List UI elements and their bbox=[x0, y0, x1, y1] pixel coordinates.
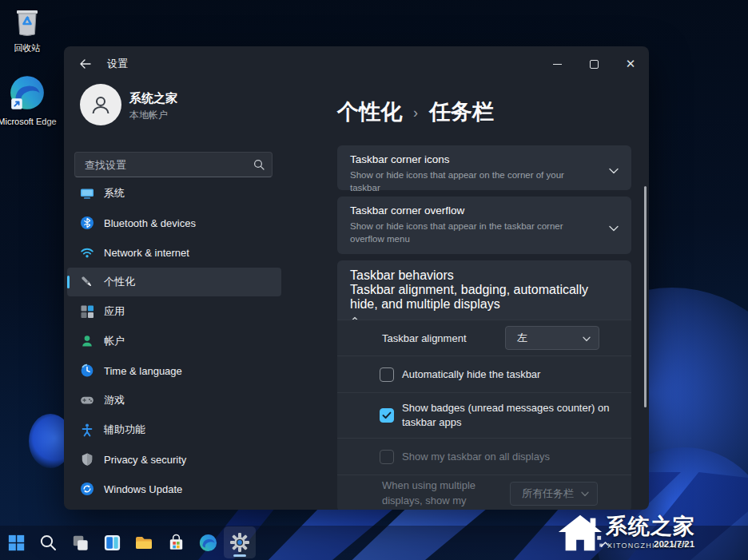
sidebar-item-bluetooth-devices[interactable]: Bluetooth & devices bbox=[67, 209, 281, 237]
minimize-icon bbox=[553, 64, 562, 65]
taskbar-behaviors-header[interactable]: Taskbar behaviors Taskbar alignment, bad… bbox=[337, 260, 631, 320]
card-taskbar-corner-overflow[interactable]: Taskbar corner overflow Show or hide ico… bbox=[337, 197, 631, 254]
close-button[interactable]: ✕ bbox=[612, 46, 649, 81]
sidebar-item-accessibility[interactable]: 辅助功能 bbox=[67, 415, 281, 444]
sidebar-item-label: Privacy & security bbox=[104, 454, 186, 466]
row-taskbar-alignment: Taskbar alignment 左 bbox=[337, 320, 631, 355]
watermark-date: 2021/7/21 bbox=[654, 539, 694, 549]
card-taskbar-behaviors: Taskbar behaviors Taskbar alignment, bad… bbox=[337, 260, 631, 510]
minimize-button[interactable] bbox=[539, 46, 575, 81]
card-description: Show or hide icons that appear on the co… bbox=[350, 169, 596, 194]
scrollbar[interactable] bbox=[644, 186, 647, 407]
microsoft-edge-button[interactable] bbox=[192, 526, 224, 558]
desktop: 回收站 Microsoft Edge 设置 bbox=[0, 0, 748, 560]
wifi-icon bbox=[80, 245, 94, 260]
dropdown-value: 所有任务栏 bbox=[522, 487, 574, 501]
taskbar-search-button[interactable] bbox=[32, 526, 64, 558]
task-view-button[interactable] bbox=[64, 526, 96, 558]
breadcrumb-parent[interactable]: 个性化 bbox=[337, 97, 402, 126]
card-description: Taskbar alignment, badging, automaticall… bbox=[350, 283, 596, 312]
desktop-icon-label: 回收站 bbox=[14, 43, 41, 54]
avatar bbox=[80, 84, 121, 125]
back-button[interactable] bbox=[72, 52, 97, 76]
settings-cards: Taskbar corner icons Show or hide icons … bbox=[337, 145, 631, 510]
recycle-bin-desktop-icon[interactable]: 回收站 bbox=[0, 5, 57, 54]
settings-button[interactable] bbox=[224, 526, 256, 558]
bluetooth-icon bbox=[80, 216, 94, 230]
search-icon bbox=[253, 159, 265, 173]
taskbar-alignment-dropdown[interactable]: 左 bbox=[505, 326, 599, 350]
update-refresh-icon bbox=[80, 482, 94, 496]
sidebar-item-windows-update[interactable]: Windows Update bbox=[67, 475, 281, 503]
multiple-displays-label: When using multiple displays, show my bbox=[382, 479, 502, 509]
breadcrumb-separator-icon: › bbox=[413, 102, 418, 121]
auto-hide-label: Automatically hide the taskbar bbox=[402, 367, 540, 382]
show-badges-label: Show badges (unread messages counter) on… bbox=[402, 401, 624, 429]
sidebar-item-gaming[interactable]: 游戏 bbox=[67, 386, 281, 415]
system-icon bbox=[80, 186, 94, 201]
sidebar-item-accounts[interactable]: 帐户 bbox=[67, 327, 281, 355]
task-view-icon bbox=[70, 533, 90, 553]
start-button[interactable] bbox=[0, 526, 32, 558]
window-title: 设置 bbox=[107, 57, 128, 71]
sidebar-item-label: 个性化 bbox=[104, 275, 135, 289]
desktop-icon-label: Microsoft Edge bbox=[0, 117, 57, 128]
sidebar-item-system[interactable]: 系统 bbox=[67, 179, 281, 208]
widgets-icon bbox=[102, 533, 122, 553]
maximize-icon bbox=[590, 60, 599, 69]
row-multiple-displays: When using multiple displays, show my 所有… bbox=[337, 475, 631, 510]
shield-icon bbox=[80, 452, 94, 467]
settings-window: 设置 ✕ 系统之家 本地帐户 系统 bbox=[64, 46, 649, 510]
show-badges-checkbox[interactable] bbox=[380, 408, 394, 423]
sidebar-item-label: 帐户 bbox=[104, 334, 125, 348]
windows-logo-icon bbox=[6, 533, 26, 553]
edge-desktop-icon[interactable]: Microsoft Edge bbox=[0, 73, 57, 128]
recycle-bin-icon bbox=[11, 5, 43, 42]
sidebar-item-apps[interactable]: 应用 bbox=[67, 297, 281, 326]
auto-hide-checkbox[interactable] bbox=[380, 367, 394, 382]
microsoft-store-button[interactable] bbox=[160, 526, 192, 558]
sidebar-item-label: 应用 bbox=[104, 304, 125, 319]
search-input[interactable] bbox=[75, 153, 272, 177]
watermark-site-name: 系统之家 bbox=[606, 512, 695, 541]
paintbrush-icon bbox=[80, 275, 94, 289]
breadcrumb: 个性化 › 任务栏 bbox=[337, 97, 494, 126]
close-icon: ✕ bbox=[626, 57, 636, 71]
card-description: Show or hide icons that appear in the ta… bbox=[350, 220, 596, 245]
profile-account-type: 本地帐户 bbox=[129, 109, 168, 122]
all-displays-label: Show my taskbar on all displays bbox=[402, 450, 550, 464]
page-title: 任务栏 bbox=[429, 97, 494, 126]
folder-icon bbox=[133, 532, 154, 553]
watermark: 系统之家 XITONGZHIJIA.NET 2021/7/21 bbox=[556, 507, 746, 557]
taskbar-alignment-label: Taskbar alignment bbox=[382, 332, 467, 344]
search-box bbox=[74, 152, 273, 177]
sidebar-nav: 系统 Bluetooth & devices Network & interne… bbox=[67, 179, 281, 504]
sidebar-item-network-internet[interactable]: Network & internet bbox=[67, 238, 281, 267]
sidebar-item-label: 游戏 bbox=[104, 393, 125, 407]
dropdown-value: 左 bbox=[517, 331, 527, 345]
accessibility-person-icon bbox=[80, 423, 94, 437]
card-title: Taskbar corner overflow bbox=[350, 205, 596, 216]
sidebar-item-label: Time & language bbox=[104, 365, 182, 377]
card-title: Taskbar corner icons bbox=[350, 153, 596, 165]
sidebar-item-privacy-security[interactable]: Privacy & security bbox=[67, 445, 281, 474]
maximize-button[interactable] bbox=[575, 46, 612, 81]
sidebar-item-time-language[interactable]: Time & language bbox=[67, 356, 281, 385]
row-taskbar-all-displays: Show my taskbar on all displays bbox=[337, 438, 631, 475]
sidebar-item-label: Bluetooth & devices bbox=[104, 217, 196, 229]
search-icon bbox=[38, 533, 58, 552]
chevron-down-icon bbox=[609, 163, 619, 177]
multiple-displays-dropdown: 所有任务栏 bbox=[510, 482, 598, 506]
microsoft-edge-icon bbox=[8, 73, 46, 115]
row-auto-hide-taskbar: Automatically hide the taskbar bbox=[337, 355, 631, 392]
microsoft-edge-icon bbox=[198, 533, 218, 553]
file-explorer-button[interactable] bbox=[128, 526, 160, 558]
profile-name: 系统之家 bbox=[129, 91, 177, 106]
sidebar-item-label: Network & internet bbox=[104, 247, 189, 259]
watermark-house-logo bbox=[556, 512, 604, 557]
card-taskbar-corner-icons[interactable]: Taskbar corner icons Show or hide icons … bbox=[337, 145, 631, 190]
widgets-button[interactable] bbox=[96, 526, 128, 558]
sidebar-item-label: Windows Update bbox=[104, 483, 182, 495]
sidebar-item-personalization[interactable]: 个性化 bbox=[67, 268, 281, 296]
sidebar-item-label: 辅助功能 bbox=[104, 423, 145, 437]
